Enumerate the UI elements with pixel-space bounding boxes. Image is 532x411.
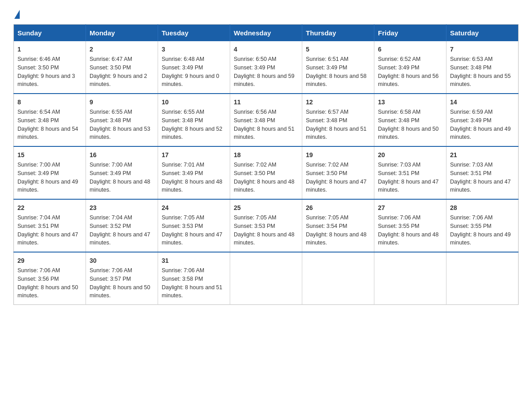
- day-number: 2: [90, 45, 154, 54]
- day-number: 4: [234, 45, 298, 54]
- day-info: Sunrise: 6:55 AMSunset: 3:48 PMDaylight:…: [162, 109, 223, 140]
- day-info: Sunrise: 6:52 AMSunset: 3:49 PMDaylight:…: [378, 56, 439, 87]
- calendar-cell: 5Sunrise: 6:51 AMSunset: 3:49 PMDaylight…: [302, 41, 374, 94]
- calendar-cell: [230, 252, 302, 305]
- day-info: Sunrise: 7:02 AMSunset: 3:50 PMDaylight:…: [234, 162, 295, 193]
- calendar-cell: 25Sunrise: 7:05 AMSunset: 3:53 PMDayligh…: [230, 199, 302, 252]
- weekday-header-tuesday: Tuesday: [158, 25, 230, 42]
- day-info: Sunrise: 7:01 AMSunset: 3:49 PMDaylight:…: [162, 162, 223, 193]
- calendar-cell: 23Sunrise: 7:04 AMSunset: 3:52 PMDayligh…: [86, 199, 158, 252]
- day-info: Sunrise: 6:56 AMSunset: 3:48 PMDaylight:…: [234, 109, 295, 140]
- calendar-cell: 11Sunrise: 6:56 AMSunset: 3:48 PMDayligh…: [230, 94, 302, 146]
- calendar-cell: 6Sunrise: 6:52 AMSunset: 3:49 PMDaylight…: [374, 41, 446, 94]
- day-number: 8: [17, 98, 82, 107]
- day-info: Sunrise: 6:58 AMSunset: 3:48 PMDaylight:…: [378, 109, 439, 140]
- day-info: Sunrise: 7:06 AMSunset: 3:56 PMDaylight:…: [17, 267, 78, 299]
- calendar-cell: 29Sunrise: 7:06 AMSunset: 3:56 PMDayligh…: [14, 252, 86, 305]
- day-number: 29: [17, 256, 82, 265]
- calendar-cell: 1Sunrise: 6:46 AMSunset: 3:50 PMDaylight…: [14, 41, 86, 94]
- calendar-cell: 31Sunrise: 7:06 AMSunset: 3:58 PMDayligh…: [158, 252, 230, 305]
- day-info: Sunrise: 6:51 AMSunset: 3:49 PMDaylight:…: [306, 56, 367, 87]
- calendar-week-row: 15Sunrise: 7:00 AMSunset: 3:49 PMDayligh…: [14, 146, 519, 199]
- day-number: 31: [162, 256, 226, 265]
- day-number: 20: [378, 150, 442, 160]
- day-info: Sunrise: 7:06 AMSunset: 3:57 PMDaylight:…: [90, 267, 150, 299]
- day-info: Sunrise: 6:47 AMSunset: 3:50 PMDaylight:…: [90, 56, 147, 87]
- day-number: 14: [450, 98, 515, 107]
- calendar-cell: 18Sunrise: 7:02 AMSunset: 3:50 PMDayligh…: [230, 146, 302, 199]
- calendar-cell: 2Sunrise: 6:47 AMSunset: 3:50 PMDaylight…: [86, 41, 158, 94]
- day-info: Sunrise: 6:53 AMSunset: 3:48 PMDaylight:…: [450, 56, 511, 87]
- weekday-header-saturday: Saturday: [446, 25, 519, 42]
- calendar-week-row: 8Sunrise: 6:54 AMSunset: 3:48 PMDaylight…: [14, 94, 519, 146]
- calendar-cell: 4Sunrise: 6:50 AMSunset: 3:49 PMDaylight…: [230, 41, 302, 94]
- day-number: 6: [378, 45, 442, 54]
- calendar-cell: 21Sunrise: 7:03 AMSunset: 3:51 PMDayligh…: [446, 146, 519, 199]
- day-number: 24: [162, 203, 226, 213]
- calendar-week-row: 29Sunrise: 7:06 AMSunset: 3:56 PMDayligh…: [14, 252, 519, 305]
- day-number: 7: [450, 45, 515, 54]
- day-info: Sunrise: 7:00 AMSunset: 3:49 PMDaylight:…: [90, 162, 150, 193]
- day-info: Sunrise: 7:00 AMSunset: 3:49 PMDaylight:…: [17, 162, 78, 193]
- weekday-header-friday: Friday: [374, 25, 446, 42]
- day-number: 21: [450, 150, 515, 160]
- calendar-cell: 14Sunrise: 6:59 AMSunset: 3:49 PMDayligh…: [446, 94, 519, 146]
- day-number: 10: [162, 98, 226, 107]
- day-number: 23: [90, 203, 154, 213]
- day-info: Sunrise: 7:03 AMSunset: 3:51 PMDaylight:…: [378, 162, 439, 193]
- day-info: Sunrise: 6:50 AMSunset: 3:49 PMDaylight:…: [234, 56, 295, 87]
- day-info: Sunrise: 7:06 AMSunset: 3:58 PMDaylight:…: [162, 267, 223, 299]
- day-number: 30: [90, 256, 154, 265]
- day-number: 5: [306, 45, 370, 54]
- calendar-cell: 8Sunrise: 6:54 AMSunset: 3:48 PMDaylight…: [14, 94, 86, 146]
- day-info: Sunrise: 7:02 AMSunset: 3:50 PMDaylight:…: [306, 162, 367, 193]
- calendar-cell: 30Sunrise: 7:06 AMSunset: 3:57 PMDayligh…: [86, 252, 158, 305]
- calendar-table: SundayMondayTuesdayWednesdayThursdayFrid…: [13, 24, 519, 305]
- calendar-cell: 16Sunrise: 7:00 AMSunset: 3:49 PMDayligh…: [86, 146, 158, 199]
- day-number: 12: [306, 98, 370, 107]
- calendar-cell: 24Sunrise: 7:05 AMSunset: 3:53 PMDayligh…: [158, 199, 230, 252]
- calendar-cell: 28Sunrise: 7:06 AMSunset: 3:55 PMDayligh…: [446, 199, 519, 252]
- logo-triangle-icon: [14, 10, 20, 19]
- day-number: 25: [234, 203, 298, 213]
- day-number: 9: [90, 98, 154, 107]
- weekday-header-sunday: Sunday: [14, 25, 86, 42]
- day-info: Sunrise: 7:04 AMSunset: 3:52 PMDaylight:…: [90, 214, 150, 246]
- calendar-header-row: SundayMondayTuesdayWednesdayThursdayFrid…: [14, 25, 519, 42]
- day-info: Sunrise: 6:59 AMSunset: 3:49 PMDaylight:…: [450, 109, 511, 140]
- calendar-week-row: 22Sunrise: 7:04 AMSunset: 3:51 PMDayligh…: [14, 199, 519, 252]
- calendar-cell: [446, 252, 519, 305]
- calendar-cell: 12Sunrise: 6:57 AMSunset: 3:48 PMDayligh…: [302, 94, 374, 146]
- calendar-cell: 10Sunrise: 6:55 AMSunset: 3:48 PMDayligh…: [158, 94, 230, 146]
- day-info: Sunrise: 7:04 AMSunset: 3:51 PMDaylight:…: [17, 214, 78, 246]
- calendar-cell: 20Sunrise: 7:03 AMSunset: 3:51 PMDayligh…: [374, 146, 446, 199]
- page-header: [13, 9, 519, 17]
- calendar-cell: [302, 252, 374, 305]
- day-number: 22: [17, 203, 82, 213]
- day-number: 13: [378, 98, 442, 107]
- calendar-cell: 15Sunrise: 7:00 AMSunset: 3:49 PMDayligh…: [14, 146, 86, 199]
- calendar-cell: [374, 252, 446, 305]
- day-number: 28: [450, 203, 515, 213]
- day-info: Sunrise: 6:46 AMSunset: 3:50 PMDaylight:…: [17, 56, 75, 87]
- day-number: 16: [90, 150, 154, 160]
- day-info: Sunrise: 7:06 AMSunset: 3:55 PMDaylight:…: [378, 214, 439, 246]
- day-number: 3: [162, 45, 226, 54]
- weekday-header-wednesday: Wednesday: [230, 25, 302, 42]
- day-number: 15: [17, 150, 82, 160]
- calendar-cell: 3Sunrise: 6:48 AMSunset: 3:49 PMDaylight…: [158, 41, 230, 94]
- day-info: Sunrise: 7:05 AMSunset: 3:53 PMDaylight:…: [234, 214, 295, 246]
- calendar-cell: 9Sunrise: 6:55 AMSunset: 3:48 PMDaylight…: [86, 94, 158, 146]
- day-info: Sunrise: 6:48 AMSunset: 3:49 PMDaylight:…: [162, 56, 219, 87]
- calendar-cell: 7Sunrise: 6:53 AMSunset: 3:48 PMDaylight…: [446, 41, 519, 94]
- day-number: 1: [17, 45, 82, 54]
- calendar-cell: 22Sunrise: 7:04 AMSunset: 3:51 PMDayligh…: [14, 199, 86, 252]
- day-number: 26: [306, 203, 370, 213]
- calendar-cell: 17Sunrise: 7:01 AMSunset: 3:49 PMDayligh…: [158, 146, 230, 199]
- calendar-week-row: 1Sunrise: 6:46 AMSunset: 3:50 PMDaylight…: [14, 41, 519, 94]
- calendar-cell: 13Sunrise: 6:58 AMSunset: 3:48 PMDayligh…: [374, 94, 446, 146]
- day-number: 17: [162, 150, 226, 160]
- day-info: Sunrise: 7:05 AMSunset: 3:53 PMDaylight:…: [162, 214, 223, 246]
- day-number: 19: [306, 150, 370, 160]
- day-info: Sunrise: 7:05 AMSunset: 3:54 PMDaylight:…: [306, 214, 367, 246]
